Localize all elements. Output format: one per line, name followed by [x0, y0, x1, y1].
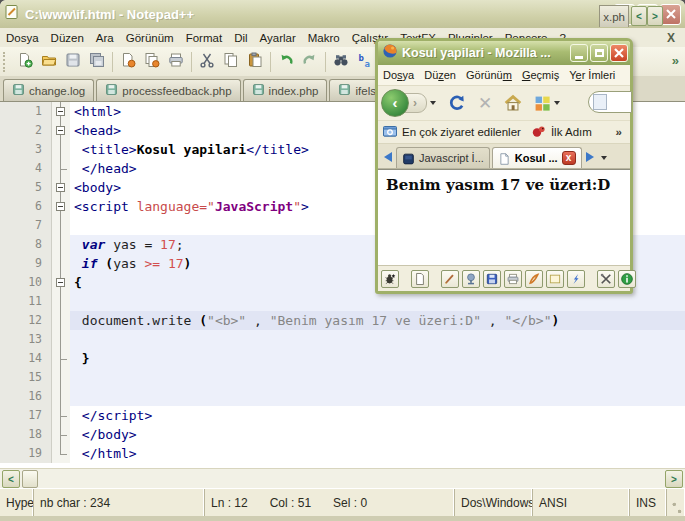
- replace-button[interactable]: ba: [353, 50, 377, 74]
- menu-item-dosya[interactable]: Dosya: [378, 67, 419, 83]
- code-text[interactable]: [70, 330, 685, 349]
- firefox-titlebar[interactable]: Kosul yapilari - Mozilla ...: [378, 41, 630, 65]
- location-bar[interactable]: [588, 91, 632, 113]
- undo-icon: [278, 52, 294, 72]
- menu-item-d-zen[interactable]: Düzen: [419, 67, 461, 83]
- toolbar-overflow-icon[interactable]: »: [672, 53, 679, 68]
- code-text[interactable]: </html>: [70, 444, 685, 463]
- frame-button[interactable]: [546, 270, 564, 288]
- menu-item-g-r-n-m[interactable]: Görünüm: [120, 30, 180, 46]
- menu-item-g-r-n-m[interactable]: Görünüm: [461, 67, 517, 83]
- tools-button[interactable]: [597, 270, 615, 288]
- edit-pencil-button[interactable]: [441, 270, 459, 288]
- stop-button[interactable]: ✕: [478, 93, 492, 113]
- save-button[interactable]: [61, 50, 85, 74]
- menu-item-format[interactable]: Format: [180, 30, 228, 46]
- paste-button[interactable]: [243, 50, 267, 74]
- maximize-button[interactable]: [590, 44, 608, 62]
- quick-launch-grid-icon[interactable]: [534, 95, 551, 112]
- save-all-button[interactable]: [85, 50, 109, 74]
- redo-button[interactable]: [298, 50, 322, 74]
- bug-button[interactable]: [381, 270, 399, 288]
- copy-button[interactable]: [219, 50, 243, 74]
- save-blue-button[interactable]: [483, 270, 501, 288]
- status-line: Ln : 12: [211, 496, 248, 510]
- code-text[interactable]: </script>: [70, 406, 685, 425]
- browser-tab-active[interactable]: Kosul ...x: [492, 147, 582, 168]
- browser-tab[interactable]: Javascript İ...: [396, 147, 490, 168]
- code-text[interactable]: [70, 292, 685, 311]
- fold-collapse-icon[interactable]: [52, 121, 70, 140]
- draw-quill-button[interactable]: [525, 270, 543, 288]
- menu-item-yer-i-mleri[interactable]: Yer İmleri: [564, 67, 620, 83]
- code-text[interactable]: }: [70, 349, 685, 368]
- new-page-button[interactable]: [411, 270, 429, 288]
- minimize-icon: [575, 56, 583, 59]
- undo-button[interactable]: [274, 50, 298, 74]
- new-file-button[interactable]: [13, 50, 37, 74]
- document-tab[interactable]: change.log: [3, 79, 94, 101]
- document-tab[interactable]: processfeedback.php: [96, 79, 240, 101]
- close-all-button[interactable]: [140, 50, 164, 74]
- notepadpp-titlebar[interactable]: C:\www\if.html - Notepad++: [0, 0, 685, 28]
- scrollbar-thumb[interactable]: [22, 470, 38, 488]
- bookmark-item[interactable]: En çok ziyaret edilenler: [382, 123, 521, 141]
- fold-collapse-icon[interactable]: [52, 197, 70, 216]
- fold-collapse-icon[interactable]: [52, 102, 70, 121]
- print-button[interactable]: [164, 50, 188, 74]
- resize-grip[interactable]: [667, 489, 685, 517]
- validate-button[interactable]: [462, 270, 480, 288]
- find-button[interactable]: [329, 50, 353, 74]
- menu-item-ara[interactable]: Ara: [90, 30, 120, 46]
- tab-scroll-right-button[interactable]: [583, 148, 598, 166]
- close-button[interactable]: [610, 44, 628, 62]
- tab-scroll-left-button[interactable]: [380, 148, 395, 166]
- fold-collapse-icon[interactable]: [52, 273, 70, 292]
- scroll-left-button[interactable]: <: [2, 470, 20, 488]
- code-text[interactable]: </body>: [70, 425, 685, 444]
- info-button[interactable]: [618, 270, 636, 288]
- print-small-button[interactable]: [504, 270, 522, 288]
- lightning-button[interactable]: [567, 270, 585, 288]
- bookmarks-overflow-icon[interactable]: »: [616, 126, 626, 138]
- tab-close-button[interactable]: x: [562, 151, 576, 165]
- menu-item-ge-mi-[interactable]: Geçmiş: [517, 67, 564, 83]
- document-tab-partial[interactable]: x.ph: [599, 5, 629, 27]
- toolbar-separator: [325, 52, 326, 72]
- status-insert-mode: INS: [630, 489, 667, 517]
- back-button[interactable]: ‹: [381, 89, 409, 117]
- grid-dropdown-icon[interactable]: [554, 101, 560, 105]
- bookmark-item[interactable]: İlk Adım: [531, 123, 592, 141]
- most-visited-folder-icon: [382, 123, 398, 141]
- status-column: Col : 51: [270, 496, 311, 510]
- open-folder-button[interactable]: [37, 50, 61, 74]
- menu-item-dosya[interactable]: Dosya: [0, 30, 45, 46]
- scroll-right-button[interactable]: >: [665, 470, 683, 488]
- menu-item-d-zen[interactable]: Düzen: [45, 30, 90, 46]
- code-text[interactable]: [70, 368, 685, 387]
- svg-text:a: a: [365, 58, 370, 68]
- close-document-icon[interactable]: X: [657, 31, 685, 45]
- tab-scroll-right-button[interactable]: >: [647, 6, 663, 26]
- menu-item-makro[interactable]: Makro: [302, 30, 346, 46]
- refresh-button[interactable]: [448, 94, 466, 112]
- fold-collapse-icon[interactable]: [52, 178, 70, 197]
- toolbar-grip[interactable]: [3, 52, 9, 72]
- line-number: 12: [0, 311, 52, 330]
- history-dropdown-icon[interactable]: [430, 101, 436, 105]
- menu-item-ayarlar[interactable]: Ayarlar: [254, 30, 302, 46]
- document-tab[interactable]: index.php: [243, 79, 328, 101]
- code-text[interactable]: [70, 387, 685, 406]
- minimize-button[interactable]: [570, 44, 588, 62]
- all-tabs-dropdown-icon[interactable]: [601, 156, 607, 160]
- menu-item-dil[interactable]: Dil: [228, 30, 253, 46]
- code-text[interactable]: document.write ("<b>" , "Benim yasım 17 …: [70, 311, 685, 330]
- browser-content[interactable]: Benim yasım 17 ve üzeri:D: [378, 169, 630, 265]
- tab-scroll-left-button[interactable]: <: [631, 6, 647, 26]
- line-number: 17: [0, 406, 52, 425]
- close-button[interactable]: [660, 4, 681, 25]
- cut-button[interactable]: [195, 50, 219, 74]
- home-button[interactable]: [504, 94, 522, 112]
- horizontal-scrollbar[interactable]: < >: [0, 468, 685, 489]
- close-doc-button[interactable]: [116, 50, 140, 74]
